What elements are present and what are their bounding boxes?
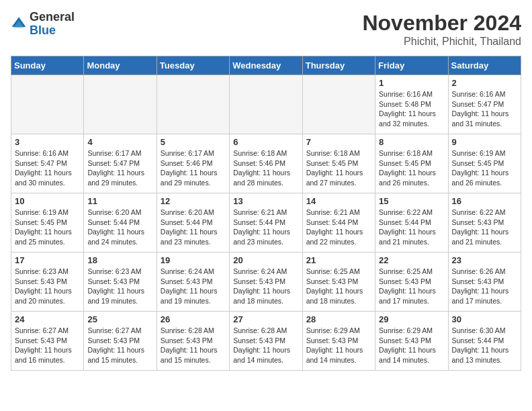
week-row-5: 24Sunrise: 6:27 AMSunset: 5:43 PMDayligh… — [11, 312, 521, 371]
calendar-cell — [11, 75, 84, 134]
calendar-cell — [157, 75, 229, 134]
day-info: Sunrise: 6:16 AMSunset: 5:48 PMDaylight:… — [379, 89, 444, 129]
calendar-cell: 9Sunrise: 6:19 AMSunset: 5:45 PMDaylight… — [448, 134, 521, 193]
calendar-cell: 3Sunrise: 6:16 AMSunset: 5:47 PMDaylight… — [11, 134, 84, 193]
calendar-cell: 5Sunrise: 6:17 AMSunset: 5:46 PMDaylight… — [157, 134, 229, 193]
day-info: Sunrise: 6:25 AMSunset: 5:43 PMDaylight:… — [379, 267, 444, 306]
day-number: 2 — [452, 78, 517, 88]
day-info: Sunrise: 6:19 AMSunset: 5:45 PMDaylight:… — [452, 148, 517, 188]
day-number: 12 — [161, 196, 226, 206]
calendar-cell: 12Sunrise: 6:20 AMSunset: 5:44 PMDayligh… — [157, 193, 229, 253]
day-number: 28 — [306, 314, 371, 324]
day-number: 3 — [15, 137, 80, 147]
calendar-cell: 18Sunrise: 6:23 AMSunset: 5:43 PMDayligh… — [84, 253, 157, 312]
calendar-cell: 2Sunrise: 6:16 AMSunset: 5:47 PMDaylight… — [448, 75, 521, 134]
calendar-cell: 11Sunrise: 6:20 AMSunset: 5:44 PMDayligh… — [84, 193, 157, 253]
calendar-cell: 15Sunrise: 6:22 AMSunset: 5:44 PMDayligh… — [375, 193, 448, 253]
day-info: Sunrise: 6:24 AMSunset: 5:43 PMDaylight:… — [233, 267, 298, 306]
day-number: 27 — [233, 314, 298, 324]
day-number: 10 — [15, 196, 80, 206]
day-info: Sunrise: 6:21 AMSunset: 5:44 PMDaylight:… — [306, 208, 371, 247]
day-info: Sunrise: 6:29 AMSunset: 5:43 PMDaylight:… — [306, 326, 371, 365]
day-info: Sunrise: 6:22 AMSunset: 5:44 PMDaylight:… — [379, 208, 444, 247]
day-info: Sunrise: 6:28 AMSunset: 5:43 PMDaylight:… — [233, 326, 298, 365]
calendar-cell — [230, 75, 302, 134]
day-number: 15 — [379, 196, 444, 206]
col-wednesday: Wednesday — [230, 56, 302, 75]
week-row-2: 3Sunrise: 6:16 AMSunset: 5:47 PMDaylight… — [11, 134, 521, 193]
calendar-cell: 10Sunrise: 6:19 AMSunset: 5:45 PMDayligh… — [11, 193, 84, 253]
calendar-cell: 14Sunrise: 6:21 AMSunset: 5:44 PMDayligh… — [302, 193, 375, 253]
day-info: Sunrise: 6:27 AMSunset: 5:43 PMDaylight:… — [87, 326, 152, 365]
day-info: Sunrise: 6:20 AMSunset: 5:44 PMDaylight:… — [87, 208, 152, 247]
day-info: Sunrise: 6:23 AMSunset: 5:43 PMDaylight:… — [87, 267, 152, 306]
day-number: 30 — [452, 314, 517, 324]
day-number: 6 — [233, 137, 298, 147]
day-number: 8 — [379, 137, 444, 147]
day-info: Sunrise: 6:20 AMSunset: 5:44 PMDaylight:… — [161, 208, 226, 247]
day-info: Sunrise: 6:29 AMSunset: 5:43 PMDaylight:… — [379, 326, 444, 365]
day-number: 24 — [15, 314, 80, 324]
calendar-cell: 28Sunrise: 6:29 AMSunset: 5:43 PMDayligh… — [302, 312, 375, 371]
week-row-1: 1Sunrise: 6:16 AMSunset: 5:48 PMDaylight… — [11, 75, 521, 134]
day-number: 13 — [233, 196, 298, 206]
col-sunday: Sunday — [11, 56, 84, 75]
day-number: 4 — [87, 137, 152, 147]
day-info: Sunrise: 6:16 AMSunset: 5:47 PMDaylight:… — [452, 89, 517, 129]
calendar-cell: 25Sunrise: 6:27 AMSunset: 5:43 PMDayligh… — [84, 312, 157, 371]
calendar-cell: 23Sunrise: 6:26 AMSunset: 5:43 PMDayligh… — [448, 253, 521, 312]
calendar-cell: 27Sunrise: 6:28 AMSunset: 5:43 PMDayligh… — [230, 312, 302, 371]
day-number: 14 — [306, 196, 371, 206]
calendar-cell: 24Sunrise: 6:27 AMSunset: 5:43 PMDayligh… — [11, 312, 84, 371]
calendar-cell: 8Sunrise: 6:18 AMSunset: 5:45 PMDaylight… — [375, 134, 448, 193]
calendar-cell: 21Sunrise: 6:25 AMSunset: 5:43 PMDayligh… — [302, 253, 375, 312]
location-text: Phichit, Phichit, Thailand — [362, 36, 521, 48]
day-info: Sunrise: 6:18 AMSunset: 5:45 PMDaylight:… — [379, 148, 444, 188]
day-info: Sunrise: 6:25 AMSunset: 5:43 PMDaylight:… — [306, 267, 371, 306]
calendar-cell: 6Sunrise: 6:18 AMSunset: 5:46 PMDaylight… — [230, 134, 302, 193]
day-number: 29 — [379, 314, 444, 324]
calendar-cell — [84, 75, 157, 134]
day-info: Sunrise: 6:17 AMSunset: 5:46 PMDaylight:… — [161, 148, 226, 188]
calendar-cell: 7Sunrise: 6:18 AMSunset: 5:45 PMDaylight… — [302, 134, 375, 193]
calendar-cell: 20Sunrise: 6:24 AMSunset: 5:43 PMDayligh… — [230, 253, 302, 312]
logo: General Blue — [11, 11, 75, 38]
day-number: 7 — [306, 137, 371, 147]
day-number: 9 — [452, 137, 517, 147]
day-number: 11 — [87, 196, 152, 206]
day-info: Sunrise: 6:27 AMSunset: 5:43 PMDaylight:… — [15, 326, 80, 365]
calendar-cell: 17Sunrise: 6:23 AMSunset: 5:43 PMDayligh… — [11, 253, 84, 312]
calendar-cell: 26Sunrise: 6:28 AMSunset: 5:43 PMDayligh… — [157, 312, 229, 371]
day-number: 20 — [233, 255, 298, 265]
calendar-cell: 16Sunrise: 6:22 AMSunset: 5:43 PMDayligh… — [448, 193, 521, 253]
calendar-table: Sunday Monday Tuesday Wednesday Thursday… — [11, 56, 521, 371]
logo-general-text: General — [30, 11, 75, 24]
day-info: Sunrise: 6:19 AMSunset: 5:45 PMDaylight:… — [15, 208, 80, 247]
col-thursday: Thursday — [302, 56, 375, 75]
day-number: 19 — [161, 255, 226, 265]
logo-icon — [11, 16, 27, 32]
day-number: 17 — [15, 255, 80, 265]
calendar-cell: 29Sunrise: 6:29 AMSunset: 5:43 PMDayligh… — [375, 312, 448, 371]
calendar-cell: 22Sunrise: 6:25 AMSunset: 5:43 PMDayligh… — [375, 253, 448, 312]
day-number: 18 — [87, 255, 152, 265]
col-friday: Friday — [375, 56, 448, 75]
week-row-3: 10Sunrise: 6:19 AMSunset: 5:45 PMDayligh… — [11, 193, 521, 253]
day-number: 16 — [452, 196, 517, 206]
day-number: 23 — [452, 255, 517, 265]
day-info: Sunrise: 6:26 AMSunset: 5:43 PMDaylight:… — [452, 267, 517, 306]
day-info: Sunrise: 6:21 AMSunset: 5:44 PMDaylight:… — [233, 208, 298, 247]
day-number: 5 — [161, 137, 226, 147]
col-tuesday: Tuesday — [157, 56, 229, 75]
day-number: 1 — [379, 78, 444, 88]
day-number: 21 — [306, 255, 371, 265]
day-info: Sunrise: 6:28 AMSunset: 5:43 PMDaylight:… — [161, 326, 226, 365]
calendar-cell: 19Sunrise: 6:24 AMSunset: 5:43 PMDayligh… — [157, 253, 229, 312]
title-block: November 2024 Phichit, Phichit, Thailand — [362, 11, 521, 48]
day-info: Sunrise: 6:23 AMSunset: 5:43 PMDaylight:… — [15, 267, 80, 306]
day-info: Sunrise: 6:30 AMSunset: 5:44 PMDaylight:… — [452, 326, 517, 365]
col-monday: Monday — [84, 56, 157, 75]
day-info: Sunrise: 6:22 AMSunset: 5:43 PMDaylight:… — [452, 208, 517, 247]
calendar-header-row: Sunday Monday Tuesday Wednesday Thursday… — [11, 56, 521, 75]
page-header: General Blue November 2024 Phichit, Phic… — [11, 11, 521, 48]
